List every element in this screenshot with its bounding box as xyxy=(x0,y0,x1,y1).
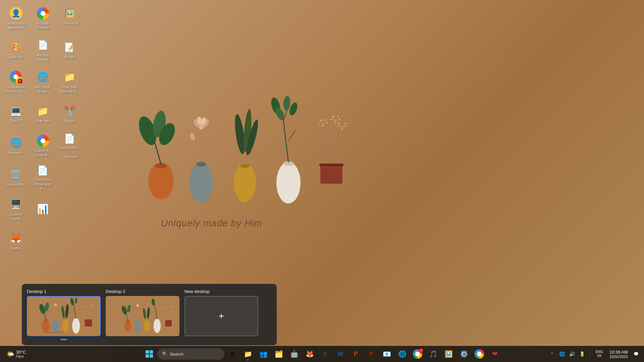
svg-point-45 xyxy=(325,119,326,121)
clock-widget[interactable]: 10:39 AM 15/02/2023 xyxy=(607,349,630,359)
svg-line-33 xyxy=(324,127,331,164)
icon-recycle-bin[interactable]: 🗑️ Recycle Bin xyxy=(3,163,29,193)
add-desktop-icon: + xyxy=(219,311,224,321)
icon-skitch[interactable]: ✂️ Skitch xyxy=(57,99,82,129)
icon-centre-general[interactable]: Centre forGeneral ... xyxy=(30,131,55,161)
svg-point-55 xyxy=(333,116,334,117)
taskbar-chrome-badge[interactable]: 0 xyxy=(410,347,425,361)
sys-tray-lang[interactable]: ENG UK xyxy=(593,350,606,358)
icon-user-profile[interactable]: 👤 OyinkansolaAdemeso xyxy=(3,3,29,34)
svg-rect-83 xyxy=(85,319,92,326)
svg-rect-104 xyxy=(165,320,172,326)
taskbar-file-manager[interactable]: 🗂️ xyxy=(271,347,286,361)
taskbar-teams[interactable]: 👥 xyxy=(256,347,271,361)
taskbar-app1[interactable]: 🌐 xyxy=(395,347,410,361)
taskbar-file-explorer[interactable]: 📁 xyxy=(240,347,255,361)
icon-year-two-second[interactable]: 📁 Year TwoSecond S... xyxy=(57,67,82,97)
svg-point-108 xyxy=(171,306,172,307)
svg-line-23 xyxy=(283,121,288,163)
task-view-button[interactable]: ⊞ xyxy=(225,347,240,361)
vdesktop-new-thumb[interactable]: + xyxy=(184,296,258,336)
svg-point-7 xyxy=(196,162,206,167)
icon-excel[interactable]: 📊 xyxy=(30,194,55,225)
svg-point-75 xyxy=(54,303,57,306)
icon-pr048[interactable]: 📝 Pr048 xyxy=(57,35,82,65)
icon-this-pc[interactable]: 💻 This PC xyxy=(3,99,29,129)
vdesktop-1-thumb[interactable]: Uniquely made by Him xyxy=(27,296,101,336)
svg-point-58 xyxy=(341,128,343,130)
svg-point-90 xyxy=(125,320,131,332)
start-button[interactable] xyxy=(142,347,157,361)
svg-point-27 xyxy=(283,96,291,111)
sys-tray-chevron[interactable]: ^ xyxy=(547,349,557,359)
svg-point-64 xyxy=(345,123,346,124)
taskbar-settings[interactable]: ⚙️ xyxy=(457,347,471,361)
taskbar-word[interactable]: W xyxy=(333,347,348,361)
search-text: Search xyxy=(170,352,183,357)
system-tray: ^ 🌐 🔊 🔋 ENG UK 10:39 AM 15/02/2023 💬 xyxy=(547,349,641,359)
icon-year-two[interactable]: 📁 Year two xyxy=(30,99,55,129)
icon-screenshot[interactable]: 🖼️ Screenshot ... xyxy=(57,3,82,34)
icon-constitution[interactable]: 📄 Constitution...- Shortcut xyxy=(57,131,82,161)
icon-cheshire[interactable]: 📄 Cheshire,Pitoot and P... xyxy=(30,163,55,193)
taskbar-excel[interactable]: X xyxy=(318,347,332,361)
taskbar-copilot[interactable]: 🤖 xyxy=(287,347,302,361)
icon-paintnet[interactable]: 🎨 paint.net xyxy=(3,35,29,65)
taskbar-photos[interactable]: 🖼️ xyxy=(441,347,456,361)
weather-temp: 30°C xyxy=(16,350,26,355)
svg-rect-32 xyxy=(319,164,343,166)
taskbar-mail[interactable]: 📧 xyxy=(379,347,394,361)
weather-widget[interactable]: 🌤️ 30°C Haze xyxy=(3,349,29,359)
svg-line-30 xyxy=(288,131,295,141)
sys-tray-icons: ^ 🌐 🔊 🔋 xyxy=(547,349,587,359)
vdesktop-item-1[interactable]: Desktop 1 xyxy=(27,289,101,340)
icon-network[interactable]: 🌐 Network xyxy=(3,131,29,161)
icon-google-chrome[interactable]: GoogleChrome xyxy=(30,3,55,34)
win-quad-bl xyxy=(146,354,149,358)
sys-tray-network[interactable]: 🌐 xyxy=(557,349,567,359)
svg-point-107 xyxy=(165,307,166,309)
svg-point-87 xyxy=(91,305,93,306)
vdesktop-item-2[interactable]: Desktop 2 xyxy=(106,289,179,340)
svg-point-86 xyxy=(85,306,86,308)
taskbar-powerpoint2[interactable]: P xyxy=(364,347,379,361)
desktop-icons-area: 👤 OyinkansolaAdemeso GoogleChrome 🖼️ Scr… xyxy=(3,3,82,256)
taskbar-spotify[interactable]: 🎵 xyxy=(426,347,440,361)
taskbar-app3[interactable]: ❤ xyxy=(487,347,502,361)
icon-acrobat-reader[interactable]: 📄 AcrobatReader xyxy=(30,35,55,65)
taskbar-firefox[interactable]: 🦊 xyxy=(302,347,317,361)
svg-point-68 xyxy=(42,319,50,333)
icon-microsoft-edge[interactable]: 🌐 MicrosoftEdge xyxy=(30,67,55,97)
taskbar-search[interactable]: 🔍 Search xyxy=(157,348,224,360)
svg-point-79 xyxy=(72,318,80,334)
desktop: 👤 OyinkansolaAdemeso GoogleChrome 🖼️ Scr… xyxy=(0,0,644,362)
svg-line-2 xyxy=(154,141,161,164)
svg-point-76 xyxy=(62,320,68,333)
svg-text:Uniquely made by Him: Uniquely made by Him xyxy=(44,331,64,333)
svg-point-16 xyxy=(234,163,256,202)
taskbar-chrome2[interactable] xyxy=(472,347,487,361)
svg-point-101 xyxy=(154,319,161,333)
sys-tray-volume[interactable]: 🔊 xyxy=(568,349,577,359)
icon-control-panel[interactable]: 🖥️ Control Panel xyxy=(3,194,29,225)
search-icon: 🔍 xyxy=(162,351,168,357)
vdesktop-new-label: New desktop xyxy=(184,289,258,294)
svg-point-98 xyxy=(144,320,150,332)
win-quad-br xyxy=(150,354,153,358)
vdesktop-item-new[interactable]: New desktop + xyxy=(184,289,258,340)
chrome-badge: 0 xyxy=(419,348,423,353)
notifications-button[interactable]: 💬 xyxy=(631,349,641,359)
sys-tray-battery[interactable]: 🔋 xyxy=(578,349,587,359)
svg-point-15 xyxy=(189,132,196,141)
svg-point-47 xyxy=(334,121,336,123)
win-quad-tr xyxy=(150,350,153,354)
svg-point-56 xyxy=(337,116,339,117)
taskbar-powerpoint[interactable]: P xyxy=(348,347,363,361)
svg-point-44 xyxy=(321,119,322,121)
icon-oyinkansola-person1[interactable]: 0 Oyinkansola(Person 1) ... xyxy=(3,67,29,97)
icon-firefox[interactable]: 🦊 Firefox xyxy=(3,226,29,256)
svg-point-63 xyxy=(338,123,339,124)
vdesktop-1-label: Desktop 1 xyxy=(27,289,101,294)
vdesktop-2-thumb[interactable] xyxy=(106,296,179,336)
svg-point-54 xyxy=(330,119,332,120)
